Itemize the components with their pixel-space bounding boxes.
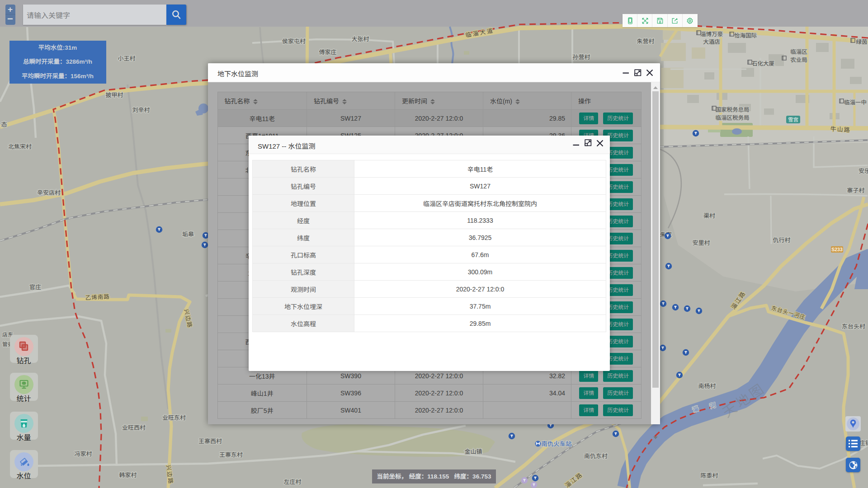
svg-text:王寨西村: 王寨西村: [198, 438, 222, 445]
svg-text:金山镇: 金山镇: [464, 448, 482, 455]
svg-text:大张村: 大张村: [351, 36, 369, 42]
svg-text:庄镇: 庄镇: [859, 440, 868, 446]
svg-text:南仇东村: 南仇东村: [584, 453, 608, 460]
svg-text:寨子村: 寨子村: [847, 187, 864, 194]
svg-text:渠村: 渠村: [703, 212, 715, 219]
svg-text:南仇火车站: 南仇火车站: [541, 441, 572, 447]
svg-text:业旺西村: 业旺西村: [122, 424, 146, 431]
svg-text:南杨村: 南杨村: [698, 383, 716, 389]
svg-text:傅家庄: 傅家庄: [319, 49, 336, 56]
svg-text:牛山路: 牛山路: [830, 126, 851, 133]
svg-text:怡海国际: 怡海国际: [734, 33, 757, 39]
svg-text:韩家村: 韩家村: [119, 472, 137, 479]
svg-text:S233: S233: [831, 247, 843, 252]
svg-text:左庄村: 左庄村: [283, 479, 301, 485]
svg-text:北焦宋村: 北焦宋村: [8, 143, 32, 150]
svg-text:官庄: 官庄: [29, 284, 41, 291]
svg-text:刘辛村: 刘辛村: [132, 107, 150, 113]
svg-text:辛安店村: 辛安店村: [37, 189, 61, 196]
svg-text:陈黍村: 陈黍村: [700, 472, 718, 479]
svg-text:王寨东村: 王寨东村: [219, 451, 243, 458]
svg-text:临淄区: 临淄区: [790, 49, 807, 55]
svg-text:大酒店: 大酒店: [703, 39, 720, 45]
svg-text:临淄一中: 临淄一中: [844, 99, 867, 106]
svg-text:仇行村: 仇行村: [773, 237, 790, 244]
svg-text:垢皋: 垢皋: [182, 231, 194, 238]
svg-text:国家税务总局: 国家税务总局: [715, 107, 749, 113]
svg-text:东台头村: 东台头村: [842, 323, 865, 330]
svg-text:雪宫: 雪宫: [788, 117, 798, 122]
svg-text:乙烯南路: 乙烯南路: [85, 294, 110, 301]
svg-text:朱营村: 朱营村: [637, 38, 654, 45]
svg-text:绿茵: 绿茵: [856, 39, 867, 45]
svg-text:侯家屯村: 侯家屯村: [282, 38, 306, 45]
svg-text:石化大厦: 石化大厦: [752, 61, 774, 67]
svg-text:安里村: 安里村: [692, 239, 710, 246]
svg-text:业旺东村: 业旺东村: [162, 414, 186, 421]
svg-text:披甲村: 披甲村: [105, 92, 123, 99]
svg-text:淄博万豪: 淄博万豪: [700, 31, 723, 38]
svg-text:小王村: 小王村: [118, 55, 135, 62]
svg-text:临淄区税务局: 临淄区税务局: [715, 115, 749, 121]
svg-text:冯家村: 冯家村: [74, 450, 92, 457]
svg-text:孙营村: 孙营村: [572, 54, 590, 61]
svg-text:态: 态: [1, 121, 7, 128]
svg-text:安乐: 安乐: [859, 168, 868, 174]
svg-text:农业局: 农业局: [790, 57, 807, 63]
